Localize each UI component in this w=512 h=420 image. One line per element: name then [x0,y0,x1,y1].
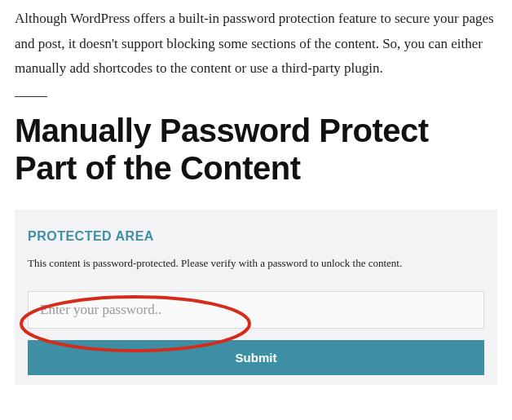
section-heading: Manually Password Protect Part of the Co… [15,112,497,187]
protected-area-box: PROTECTED AREA This content is password-… [15,210,497,385]
protected-area-title: PROTECTED AREA [28,229,484,244]
submit-button[interactable]: Submit [28,340,484,375]
password-input[interactable] [28,291,484,329]
intro-paragraph: Although WordPress offers a built-in pas… [15,7,497,82]
section-divider [15,96,47,97]
protected-area-description: This content is password-protected. Plea… [28,257,484,270]
